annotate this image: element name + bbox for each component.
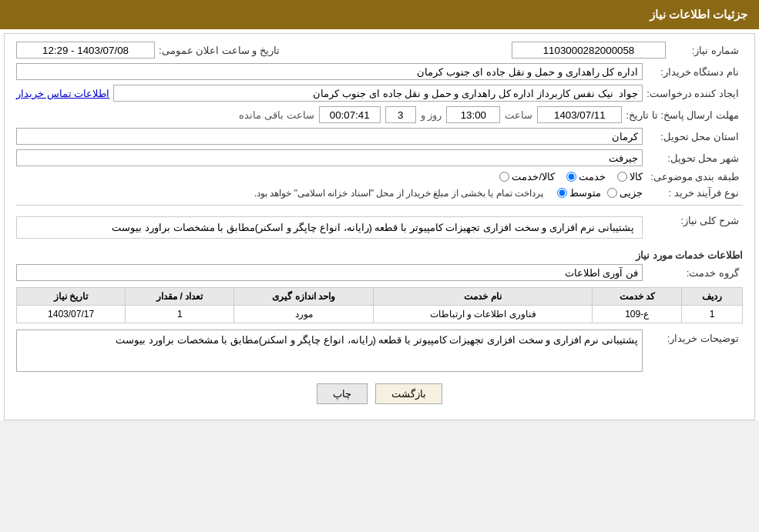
ostan-input[interactable] (16, 128, 643, 145)
noee-motevaset-radio[interactable] (557, 188, 567, 198)
cell-tarikh: 1403/07/17 (17, 306, 126, 323)
noee-jozi-radio[interactable] (607, 188, 617, 198)
mohlet-label: مهلت ارسال پاسخ: تا تاریخ: (622, 109, 743, 121)
tabaqe-kala-label: کالا (630, 171, 643, 182)
row-mohlet: مهلت ارسال پاسخ: تا تاریخ: ساعت روز و سا… (16, 106, 743, 123)
tabaqe-khedmat-item: خدمت (566, 171, 606, 182)
row-namdastgah: نام دستگاه خریدار: (16, 63, 743, 80)
saat-label: ساعت (505, 109, 532, 121)
row-ostan: استان محل تحویل: (16, 128, 743, 145)
button-row: بازگشت چاپ (16, 383, 743, 404)
print-button[interactable]: چاپ (317, 383, 368, 404)
cell-kod: ع-109 (593, 306, 682, 323)
back-button[interactable]: بازگشت (375, 383, 442, 404)
tabaqe-kala-radio[interactable] (617, 172, 627, 182)
ijad-label: ایجاد کننده درخواست: (643, 88, 743, 99)
services-table: ردیف کد خدمت نام خدمت واحد اندازه گیری ت… (16, 287, 743, 323)
table-row: 1ع-109فناوری اطلاعات و ارتباطاتمورد11403… (17, 306, 743, 323)
row-goroh: گروه خدمت: (16, 264, 743, 281)
cell-radif: 1 (682, 306, 743, 323)
mohlet-roz-input[interactable] (385, 106, 416, 123)
tabaqe-kalakhedmat-label: کالا/خدمت (512, 171, 555, 182)
col-tarikh: تاریخ نیاز (17, 288, 126, 306)
shomara-label: شماره نیاز: (666, 45, 743, 56)
page-header: جزئیات اطلاعات نیاز (0, 0, 759, 29)
tozihat-textarea[interactable] (16, 330, 643, 372)
mande-label: ساعت باقی مانده (239, 109, 314, 121)
table-header-row: ردیف کد خدمت نام خدمت واحد اندازه گیری ت… (17, 288, 743, 306)
noee-warning: پرداخت تمام یا بخشی از مبلغ خریدار از مح… (254, 188, 543, 199)
roz-label: روز و (421, 109, 442, 121)
sharh-label: شرح کلی نیاز: (643, 212, 743, 226)
services-table-section: ردیف کد خدمت نام خدمت واحد اندازه گیری ت… (16, 287, 743, 323)
goroh-label: گروه خدمت: (643, 267, 743, 279)
cell-name: فناوری اطلاعات و ارتباطات (374, 306, 593, 323)
khadamat-section-title: اطلاعات خدمات مورد نیاز (16, 249, 743, 261)
cell-tedad: 1 (126, 306, 234, 323)
col-tedad: تعداد / مقدار (126, 288, 234, 306)
tozihat-label: توضیحات خریدار: (643, 330, 743, 344)
ostan-label: استان محل تحویل: (643, 131, 743, 142)
divider-1 (16, 205, 743, 206)
tarikh-label: تاریخ و ساعت اعلان عمومی: (155, 45, 284, 56)
tabaqe-kalakhedmat-radio[interactable] (499, 172, 509, 182)
row-shomara: شماره نیاز: تاریخ و ساعت اعلان عمومی: (16, 42, 743, 59)
noee-label: نوع فرآیند خرید : (643, 187, 743, 199)
sharh-value: پشتیبانی نرم افزاری و سخت افزاری تجهیزات… (112, 222, 634, 233)
shahr-label: شهر محل تحویل: (643, 152, 743, 164)
noee-motevaset-label: متوسط (569, 187, 601, 199)
row-noee: نوع فرآیند خرید : جزیی متوسط پرداخت تمام… (16, 187, 743, 199)
row-ijad: ایجاد کننده درخواست: اطلاعات تماس خریدار (16, 85, 743, 102)
mohlet-date-input[interactable] (537, 106, 622, 123)
main-content: شماره نیاز: تاریخ و ساعت اعلان عمومی: نا… (4, 33, 755, 420)
row-tabaqe: طبقه بندی موضوعی: کالا خدمت کالا/خدمت (16, 171, 743, 182)
tabaqe-khedmat-radio[interactable] (566, 172, 576, 182)
page-title: جزئیات اطلاعات نیاز (650, 8, 747, 21)
noee-jozi-label: جزیی (620, 187, 643, 199)
namdastgah-label: نام دستگاه خریدار: (643, 66, 743, 78)
tabaqe-kala-item: کالا (617, 171, 643, 182)
tabaqe-kalakhedmat-item: کالا/خدمت (499, 171, 555, 182)
page-wrapper: جزئیات اطلاعات نیاز شماره نیاز: تاریخ و … (0, 0, 759, 420)
cell-vahed: مورد (234, 306, 374, 323)
row-sharh: شرح کلی نیاز: پشتیبانی نرم افزاری و سخت … (16, 212, 743, 243)
row-shahr: شهر محل تحویل: (16, 149, 743, 166)
mohlet-mande-input[interactable] (319, 106, 381, 123)
tarikh-input[interactable] (16, 42, 155, 59)
col-vahed: واحد اندازه گیری (234, 288, 374, 306)
noee-motevaset-item: متوسط (557, 187, 601, 199)
tabaqe-label: طبقه بندی موضوعی: (643, 171, 743, 182)
shomara-input[interactable] (512, 42, 666, 59)
sharh-container: پشتیبانی نرم افزاری و سخت افزاری تجهیزات… (16, 216, 643, 239)
col-kod: کد خدمت (593, 288, 682, 306)
col-name: نام خدمت (374, 288, 593, 306)
row-tozihat: توضیحات خریدار: (16, 330, 743, 372)
col-radif: ردیف (682, 288, 743, 306)
noee-jozi-item: جزیی (607, 187, 643, 199)
tabaqe-radio-group: کالا خدمت کالا/خدمت (499, 171, 643, 182)
tabaqe-khedmat-label: خدمت (579, 171, 606, 182)
goroh-input[interactable] (16, 264, 643, 281)
shahr-input[interactable] (16, 149, 643, 166)
contact-link[interactable]: اطلاعات تماس خریدار (16, 88, 109, 99)
namdastgah-input[interactable] (16, 63, 643, 80)
mohlet-saat-input[interactable] (446, 106, 500, 123)
ijad-input[interactable] (113, 85, 643, 102)
